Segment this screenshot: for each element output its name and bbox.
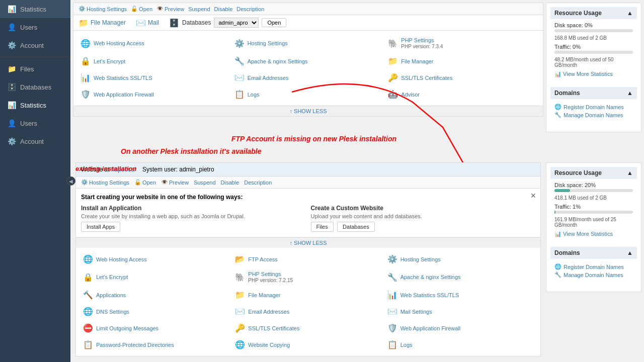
quick-links-grid: 🌐Web Hosting Access⚙️Hosting Settings🐘PH… bbox=[73, 31, 543, 106]
databases-button[interactable]: Databases bbox=[337, 222, 375, 232]
databases-icon-row: 🗄️ bbox=[169, 18, 179, 28]
domains-header-bottom[interactable]: Domains ▲ bbox=[550, 247, 637, 259]
register-domain-link-top[interactable]: 🌐 Register Domain Names bbox=[554, 104, 633, 110]
sidebar-item-files[interactable]: 📁 Files bbox=[0, 60, 70, 78]
quick-link-item[interactable]: ⚙️Hosting Settings bbox=[232, 35, 384, 52]
quick-link-item[interactable]: 📁File Manager bbox=[386, 54, 538, 68]
bottom-toolbar: ⚙️ Hosting Settings 🔓 Open 👁️ Preview Su… bbox=[76, 176, 540, 189]
quick-link-item[interactable]: 📋Logs bbox=[385, 337, 535, 352]
b-open-icon: 🔓 bbox=[134, 179, 141, 186]
quick-link-item[interactable]: 📂FTP Access bbox=[233, 252, 383, 266]
main-content: new installation ⚙️ Hosting Settings 🔓 O… bbox=[70, 0, 644, 362]
sidebar-item-account-top[interactable]: ⚙️ Account bbox=[0, 36, 70, 54]
quick-link-item[interactable]: 🛡️Web Application Firewall bbox=[78, 87, 230, 102]
show-less-bar-top[interactable]: ↑ SHOW LESS bbox=[73, 106, 543, 116]
quick-link-item[interactable]: 🌐Web Hosting Access bbox=[78, 35, 230, 52]
sidebar-item-databases[interactable]: 🗄️ Databases bbox=[0, 78, 70, 96]
disable-link[interactable]: Disable bbox=[214, 6, 233, 12]
top-toolbar-row: ⚙️ Hosting Settings 🔓 Open 👁️ Preview Su… bbox=[73, 3, 543, 15]
b-description-link[interactable]: Description bbox=[244, 179, 272, 186]
quick-link-item[interactable]: 📊Web Statistics SSL/TLS bbox=[78, 70, 230, 85]
quick-link-item[interactable]: 🌐DNS Settings bbox=[81, 304, 231, 319]
hosting-settings-link[interactable]: ⚙️ Hosting Settings bbox=[78, 6, 127, 12]
open-link[interactable]: 🔓 Open bbox=[131, 6, 152, 12]
annotation-area: FTP Account is missing on new Plesk inst… bbox=[70, 132, 644, 162]
view-more-statistics-link-top[interactable]: 📊 View More Statistics bbox=[554, 71, 633, 77]
sidebar-item-statistics[interactable]: 📊 Statistics bbox=[0, 96, 70, 114]
quick-link-item[interactable]: 🤖Advisor bbox=[386, 87, 538, 102]
sidebar-item-statistics-top[interactable]: 📊 Statistics bbox=[0, 0, 70, 18]
description-link[interactable]: Description bbox=[236, 6, 264, 12]
bottom-quick-links: 🌐Web Hosting Access📂FTP Access⚙️Hosting … bbox=[76, 248, 540, 356]
sidebar-item-account[interactable]: ⚙️ Account bbox=[0, 132, 70, 150]
view-more-statistics-link-bottom[interactable]: 📊 View More Statistics bbox=[554, 231, 633, 237]
preview-link[interactable]: 👁️ Preview bbox=[156, 6, 184, 12]
wrench-icon: 🔧 bbox=[554, 112, 561, 118]
resource-usage-content-top: Disk space: 0% 168.8 MB used of 2 GB Tra… bbox=[550, 19, 637, 82]
sidebar-item-users-top[interactable]: 👤 Users bbox=[0, 18, 70, 36]
globe-icon-2: 🌐 bbox=[554, 263, 561, 270]
manage-domain-link-bottom[interactable]: 🔧 Manage Domain Names bbox=[554, 272, 633, 278]
traffic-bar-bottom bbox=[554, 211, 633, 214]
quick-link-item[interactable]: 📊Web Statistics SSL/TLS bbox=[385, 288, 535, 302]
quick-link-item[interactable]: 🌐Website Copying bbox=[233, 337, 383, 352]
statistics-icon-2: 📊 bbox=[8, 101, 16, 109]
close-install-button[interactable]: ✕ bbox=[530, 192, 536, 200]
statistics-icon: 📊 bbox=[8, 5, 16, 13]
custom-site-box: Create a Custom Website Upload your web … bbox=[311, 205, 536, 232]
quick-link-item[interactable]: 🐘PHP SettingsPHP version: 7.3.4 bbox=[386, 35, 538, 52]
disk-bar-fill-bottom bbox=[554, 189, 570, 192]
suspend-link[interactable]: Suspend bbox=[188, 6, 210, 12]
b-preview-link[interactable]: 👁️ Preview bbox=[161, 179, 189, 186]
b-disable-link[interactable]: Disable bbox=[221, 179, 239, 186]
quick-link-item[interactable]: 🔒Let's Encrypt bbox=[78, 54, 230, 68]
quick-link-item[interactable]: 🛡️Web Application Firewall bbox=[385, 321, 535, 335]
b-open-link[interactable]: 🔓 Open bbox=[134, 179, 156, 186]
show-less-bar-bottom[interactable]: ↑ SHOW LESS bbox=[76, 237, 540, 248]
quick-link-item[interactable]: 📋Password-Protected Directories bbox=[81, 337, 231, 352]
account-icon-2: ⚙️ bbox=[8, 137, 16, 145]
quick-links-panel: 🌐Web Hosting Access⚙️Hosting Settings🐘PH… bbox=[73, 30, 543, 117]
quick-link-item[interactable]: 🌐Web Hosting Access bbox=[81, 252, 231, 266]
sidebar-item-users[interactable]: 👤 Users bbox=[0, 114, 70, 132]
file-mail-db-row: 📁 File Manager ✉️ Mail 🗄️ Databases admi… bbox=[73, 15, 543, 30]
resource-usage-header-top[interactable]: Resource Usage ▲ bbox=[550, 7, 637, 19]
b-suspend-link[interactable]: Suspend bbox=[194, 179, 215, 186]
mail-icon: ✉️ bbox=[136, 18, 146, 28]
right-panel-bottom: Resource Usage ▲ Disk space: 20% 418.1 M… bbox=[546, 162, 641, 292]
register-domain-link-bottom[interactable]: 🌐 Register Domain Names bbox=[554, 263, 633, 270]
quick-link-item[interactable]: 🔑SSL/TLS Certificates bbox=[386, 70, 538, 85]
quick-link-item[interactable]: 🔒Let's Encrypt bbox=[81, 268, 231, 286]
bottom-section: existing installation Website at httpdoc… bbox=[70, 162, 644, 362]
files-button[interactable]: Files bbox=[311, 222, 334, 232]
quick-link-item[interactable]: ⚙️Hosting Settings bbox=[385, 252, 535, 266]
file-manager-link[interactable]: 📁 File Manager bbox=[78, 18, 126, 28]
quick-link-item[interactable]: ⛔Limit Outgoing Messages bbox=[81, 321, 231, 335]
quick-link-item[interactable]: 🔧Apache & nginx Settings bbox=[385, 268, 535, 286]
databases-select[interactable]: admin_apro bbox=[214, 18, 259, 28]
quick-link-item[interactable]: 🔑SSL/TLS Certificates bbox=[233, 321, 383, 335]
chart-icon-bottom: 📊 bbox=[554, 231, 561, 237]
sidebar-collapse-button[interactable]: ◀ bbox=[66, 176, 75, 186]
quick-link-item[interactable]: ✉️Email Addresses bbox=[232, 70, 384, 85]
mail-link[interactable]: ✉️ Mail bbox=[136, 18, 159, 28]
bottom-main: existing installation Website at httpdoc… bbox=[73, 162, 543, 359]
databases-open-button[interactable]: Open bbox=[262, 18, 286, 27]
domains-header-top[interactable]: Domains ▲ bbox=[550, 87, 637, 99]
quick-link-item[interactable]: ✉️Email Addresses bbox=[233, 304, 383, 319]
b-hosting-settings-link[interactable]: ⚙️ Hosting Settings bbox=[81, 179, 129, 186]
quick-link-item[interactable]: 🔨Applications bbox=[81, 288, 231, 302]
quick-link-item[interactable]: 📋Logs bbox=[232, 87, 384, 102]
quick-link-item[interactable]: 🐘PHP SettingsPHP version: 7.2.15 bbox=[233, 268, 383, 286]
resource-usage-section-top: Resource Usage ▲ Disk space: 0% 168.8 MB… bbox=[550, 7, 637, 82]
quick-link-item[interactable]: ✉️Mail Settings bbox=[385, 304, 535, 319]
resource-usage-header-bottom[interactable]: Resource Usage ▲ bbox=[550, 167, 637, 179]
hosting-settings-icon: ⚙️ bbox=[78, 6, 86, 12]
install-options: Install an Application Create your site … bbox=[81, 205, 535, 232]
domains-content-bottom: 🌐 Register Domain Names 🔧 Manage Domain … bbox=[550, 259, 637, 283]
manage-domain-link-top[interactable]: 🔧 Manage Domain Names bbox=[554, 112, 633, 118]
quick-link-item[interactable]: 📁File Manager bbox=[233, 288, 383, 302]
b-preview-icon: 👁️ bbox=[161, 179, 168, 186]
quick-link-item[interactable]: 🔧Apache & nginx Settings bbox=[232, 54, 384, 68]
install-apps-button[interactable]: Install Apps bbox=[81, 222, 120, 232]
